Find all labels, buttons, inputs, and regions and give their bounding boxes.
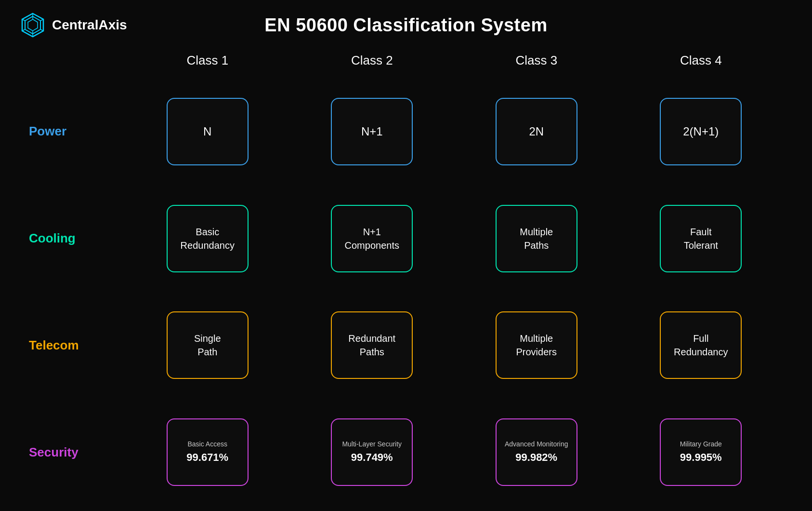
power-cell-1: N — [125, 95, 290, 168]
security-card-2: Multi-Layer Security 99.749% — [331, 418, 413, 486]
security-sublabel-3: Advanced Monitoring — [505, 440, 568, 449]
cooling-cell-3: MultiplePaths — [454, 202, 619, 275]
page-title: EN 50600 Classification System — [154, 15, 658, 36]
telecom-card-1: SinglePath — [167, 311, 249, 379]
cooling-value-1: BasicRedundancy — [181, 225, 235, 252]
power-card-3: 2N — [496, 98, 577, 165]
security-sublabel-4: Military Grade — [680, 440, 722, 449]
main-content: Class 1 Class 2 Class 3 Class 4 Power N … — [0, 43, 812, 511]
col-header-class4: Class 4 — [619, 48, 784, 73]
security-card-3: Advanced Monitoring 99.982% — [496, 418, 577, 486]
telecom-cell-4: FullRedundancy — [619, 309, 784, 382]
security-card-4: Military Grade 99.995% — [660, 418, 742, 486]
cooling-cell-1: BasicRedundancy — [125, 202, 290, 275]
security-pct-2: 99.749% — [351, 450, 393, 465]
telecom-card-2: RedundantPaths — [331, 311, 413, 379]
security-pct-4: 99.995% — [680, 450, 722, 465]
telecom-row: Telecom SinglePath RedundantPaths Multip… — [29, 296, 783, 395]
cooling-cell-2: N+1Components — [290, 202, 455, 275]
security-pct-1: 99.671% — [186, 450, 228, 465]
security-cell-2: Multi-Layer Security 99.749% — [290, 416, 455, 489]
telecom-value-3: MultipleProviders — [516, 332, 557, 359]
cooling-card-1: BasicRedundancy — [167, 205, 249, 272]
logo-text: CentralAxis — [52, 17, 127, 33]
svg-marker-2 — [28, 19, 38, 31]
security-label: Security — [29, 445, 125, 460]
col-header-class3: Class 3 — [454, 48, 619, 73]
logo-icon — [19, 12, 46, 39]
header: CentralAxis EN 50600 Classification Syst… — [0, 0, 812, 43]
cooling-label: Cooling — [29, 231, 125, 246]
cooling-card-3: MultiplePaths — [496, 205, 577, 272]
cooling-value-2: N+1Components — [345, 225, 399, 252]
security-cell-4: Military Grade 99.995% — [619, 416, 784, 489]
telecom-cell-1: SinglePath — [125, 309, 290, 382]
power-value-1: N — [203, 123, 211, 140]
telecom-card-4: FullRedundancy — [660, 311, 742, 379]
data-rows: Power N N+1 2N 2(N+1) — [29, 82, 783, 501]
security-row: Security Basic Access 99.671% Multi-Laye… — [29, 403, 783, 501]
telecom-card-3: MultipleProviders — [496, 311, 577, 379]
telecom-value-4: FullRedundancy — [674, 332, 728, 359]
security-cell-3: Advanced Monitoring 99.982% — [454, 416, 619, 489]
power-value-3: 2N — [529, 123, 544, 140]
cooling-cell-4: FaultTolerant — [619, 202, 784, 275]
logo-area: CentralAxis — [19, 12, 154, 39]
power-label: Power — [29, 124, 125, 139]
power-value-2: N+1 — [361, 123, 383, 140]
security-pct-3: 99.982% — [515, 450, 557, 465]
power-cell-4: 2(N+1) — [619, 95, 784, 168]
power-cell-2: N+1 — [290, 95, 455, 168]
power-value-4: 2(N+1) — [683, 123, 719, 140]
power-row: Power N N+1 2N 2(N+1) — [29, 82, 783, 181]
security-sublabel-2: Multi-Layer Security — [342, 440, 402, 449]
telecom-label: Telecom — [29, 338, 125, 353]
power-cell-3: 2N — [454, 95, 619, 168]
col-header-class1: Class 1 — [125, 48, 290, 73]
security-sublabel-1: Basic Access — [188, 440, 227, 449]
power-card-2: N+1 — [331, 98, 413, 165]
cooling-row: Cooling BasicRedundancy N+1Components Mu… — [29, 189, 783, 288]
security-card-1: Basic Access 99.671% — [167, 418, 249, 486]
cooling-value-3: MultiplePaths — [520, 225, 553, 252]
security-cell-1: Basic Access 99.671% — [125, 416, 290, 489]
telecom-value-1: SinglePath — [194, 332, 221, 359]
cooling-card-2: N+1Components — [331, 205, 413, 272]
telecom-value-2: RedundantPaths — [348, 332, 395, 359]
column-headers: Class 1 Class 2 Class 3 Class 4 — [29, 48, 783, 73]
cooling-card-4: FaultTolerant — [660, 205, 742, 272]
col-header-class2: Class 2 — [290, 48, 455, 73]
cooling-value-4: FaultTolerant — [684, 225, 718, 252]
telecom-cell-3: MultipleProviders — [454, 309, 619, 382]
power-card-4: 2(N+1) — [660, 98, 742, 165]
power-card-1: N — [167, 98, 249, 165]
telecom-cell-2: RedundantPaths — [290, 309, 455, 382]
